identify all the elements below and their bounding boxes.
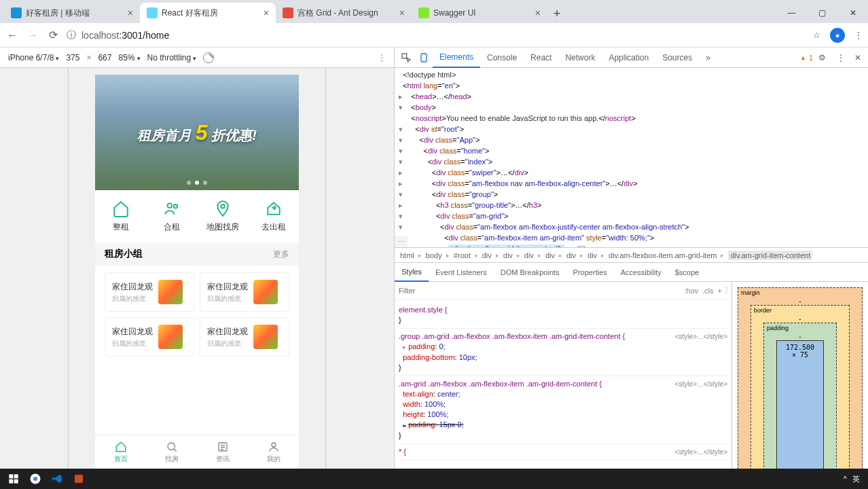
dt-tab-sources[interactable]: Sources (655, 48, 699, 68)
close-icon[interactable]: × (535, 7, 541, 18)
browser-tab-active[interactable]: React 好客租房× (140, 3, 276, 23)
add-rule-icon[interactable]: + (718, 287, 722, 295)
star-icon[interactable]: ☆ (813, 31, 820, 40)
card-thumb (253, 325, 278, 349)
styles-tab[interactable]: Styles (395, 263, 429, 282)
location-icon (214, 200, 232, 217)
breadcrumb[interactable]: html▸ body▸ #root▸ div▸ div▸ div▸ div▸ d… (395, 248, 868, 263)
dt-tab-network[interactable]: Network (558, 48, 602, 68)
svg-rect-8 (9, 474, 13, 478)
svg-point-13 (33, 477, 37, 481)
vscode-taskbar-icon[interactable] (46, 469, 68, 489)
styles-menu-icon[interactable]: ⦙ (726, 286, 727, 295)
browser-tab[interactable]: 宫格 Grid - Ant Design× (276, 3, 412, 23)
nav-zhengzu[interactable]: 整租 (95, 200, 146, 233)
menu-icon[interactable]: ⋮ (854, 31, 863, 40)
warning-badge[interactable]: 1 (800, 54, 813, 62)
start-button[interactable] (3, 469, 24, 489)
event-listeners-tab[interactable]: Event Listeners (429, 263, 494, 282)
nav-map[interactable]: 地图找房 (197, 200, 248, 233)
close-devtools-icon[interactable]: ✕ (854, 53, 861, 62)
chrome-taskbar-icon[interactable] (24, 469, 46, 489)
nav-hezu[interactable]: 合租 (146, 200, 197, 233)
group-card[interactable]: 家住回龙观归属的感觉 (200, 272, 289, 312)
tray-chevron-icon[interactable]: ^ (844, 475, 847, 483)
zoom-select[interactable]: 85% (118, 53, 140, 62)
forward-button[interactable]: → (26, 29, 39, 42)
house-arrow-icon (265, 200, 283, 217)
browser-tab[interactable]: Swagger UI× (412, 3, 547, 23)
close-window-button[interactable]: ✕ (837, 3, 868, 23)
close-icon[interactable]: × (128, 7, 133, 18)
inspect-icon[interactable] (397, 49, 415, 67)
gear-icon[interactable]: ⚙ (818, 53, 826, 62)
mtab-home[interactable]: 首页 (95, 435, 146, 469)
profile-avatar[interactable]: ● (830, 28, 845, 43)
mtab-news[interactable]: 资讯 (197, 435, 248, 469)
rotate-icon[interactable] (203, 52, 214, 63)
dt-menu-icon[interactable]: ⋮ (837, 53, 845, 62)
nav-rent[interactable]: 去出租 (248, 200, 299, 233)
dt-tab-application[interactable]: Application (602, 48, 655, 68)
group-card[interactable]: 家住回龙观归属的感觉 (200, 317, 289, 357)
new-tab-button[interactable]: + (547, 4, 566, 23)
close-icon[interactable]: × (399, 7, 405, 18)
device-menu-icon[interactable]: ⋮ (378, 53, 386, 62)
styles-filter-input[interactable] (399, 287, 680, 295)
mtab-me[interactable]: 我的 (248, 435, 299, 469)
back-button[interactable]: ← (5, 29, 19, 42)
svg-rect-7 (421, 54, 427, 62)
svg-point-1 (173, 204, 177, 208)
dt-tab-elements[interactable]: Elements (433, 48, 480, 68)
group-title: 租房小组 (105, 248, 143, 260)
svg-rect-10 (9, 479, 13, 484)
device-select[interactable]: iPhone 6/7/8 (8, 53, 59, 62)
mobile-viewport: 租房首月 5 折优惠! 整租 合租 地图找房 去出租 租房小组更多 家住回龙观归… (95, 75, 299, 469)
house-icon (112, 200, 130, 217)
dom-tree[interactable]: <!doctype html> <html lang="en"> <head>…… (395, 68, 868, 248)
minimize-button[interactable]: — (776, 3, 807, 23)
close-icon[interactable]: × (264, 7, 269, 18)
scope-tab[interactable]: $scope (668, 263, 706, 282)
people-icon (163, 200, 181, 217)
dom-ellipsis[interactable]: ⋯ (395, 236, 408, 247)
svg-point-3 (168, 443, 175, 450)
address-bar[interactable]: ⓘ localhost:3001/home (67, 29, 806, 41)
more-link[interactable]: 更多 (273, 249, 289, 260)
styles-rules[interactable]: element.style {} <style>…</style>.group … (395, 300, 731, 469)
card-thumb (253, 280, 278, 304)
svg-point-2 (221, 204, 224, 208)
svg-rect-14 (75, 475, 83, 483)
svg-rect-9 (14, 474, 18, 478)
maximize-button[interactable]: ▢ (807, 3, 837, 23)
powerpoint-taskbar-icon[interactable] (68, 469, 90, 489)
reload-button[interactable]: ⟳ (46, 29, 60, 42)
box-model[interactable]: margin- border- padding- 172.500 × 75 10… (732, 282, 868, 469)
card-thumb (158, 325, 183, 349)
dt-tab-react[interactable]: React (524, 48, 558, 68)
cls-toggle[interactable]: .cls (702, 287, 714, 295)
device-mode-icon[interactable] (415, 49, 433, 67)
dt-tab-more[interactable]: » (699, 48, 717, 68)
group-card[interactable]: 家住回龙观归属的感觉 (105, 317, 194, 357)
browser-tab[interactable]: 好客租房 | 移动端× (4, 3, 140, 23)
group-card[interactable]: 家住回龙观归属的感觉 (105, 272, 194, 312)
mtab-search[interactable]: 找房 (146, 435, 197, 469)
properties-tab[interactable]: Properties (566, 263, 614, 282)
device-width[interactable]: 375 (66, 53, 79, 62)
ime-indicator[interactable]: 英 (852, 474, 860, 484)
accessibility-tab[interactable]: Accessibility (614, 263, 668, 282)
dom-breakpoints-tab[interactable]: DOM Breakpoints (494, 263, 566, 282)
info-icon[interactable]: ⓘ (67, 29, 76, 41)
svg-point-5 (272, 443, 276, 447)
svg-point-0 (167, 203, 172, 208)
banner[interactable]: 租房首月 5 折优惠! (95, 75, 299, 190)
throttle-select[interactable]: No throttling (147, 53, 197, 62)
svg-rect-11 (14, 479, 18, 484)
device-height[interactable]: 667 (98, 53, 111, 62)
dt-tab-console[interactable]: Console (480, 48, 524, 68)
hov-toggle[interactable]: :hov (684, 287, 698, 295)
card-thumb (158, 280, 183, 304)
